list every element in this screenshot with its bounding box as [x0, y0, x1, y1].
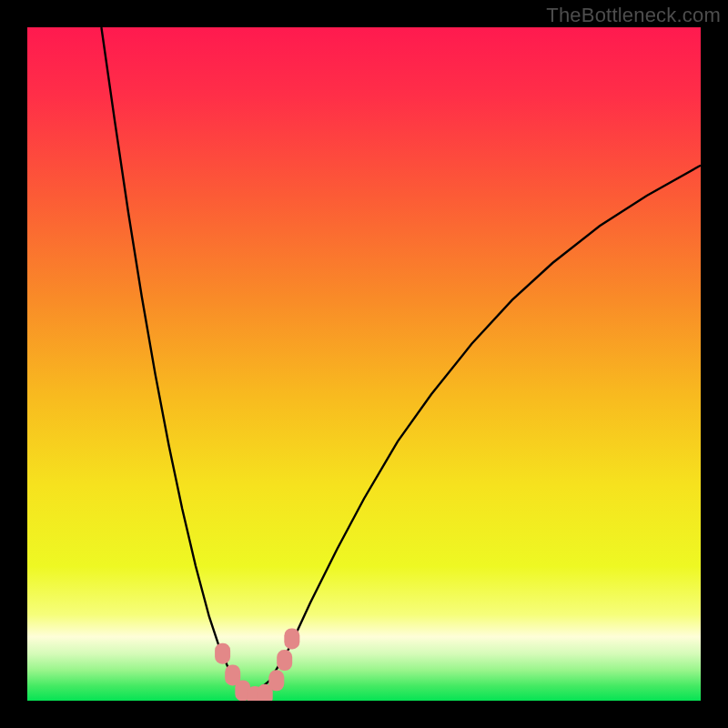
marker-point — [268, 670, 284, 691]
plot-area — [27, 27, 701, 701]
marker-point — [284, 628, 299, 649]
marker-point — [215, 643, 230, 664]
watermark-text: TheBottleneck.com — [546, 4, 721, 27]
chart-frame: TheBottleneck.com — [0, 0, 728, 728]
gradient-background — [27, 27, 701, 701]
plot-svg — [27, 27, 701, 701]
marker-point — [277, 650, 292, 671]
